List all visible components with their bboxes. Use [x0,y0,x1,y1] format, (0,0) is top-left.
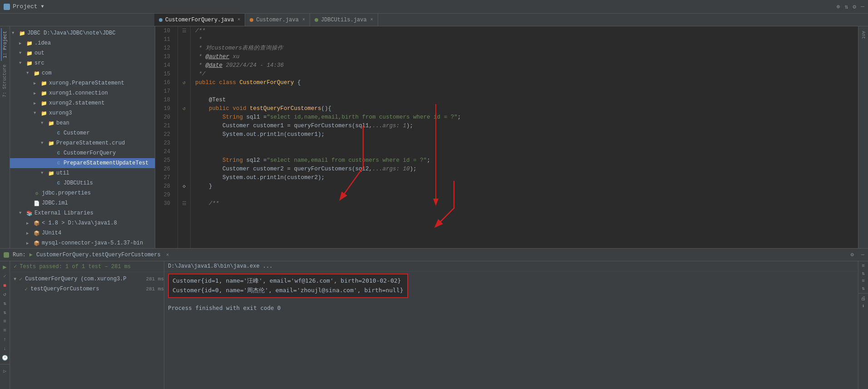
code-line-30: /** [195,199,858,208]
tree-item-jdbc-iml[interactable]: 📄 JDBC.iml [10,198,155,208]
play-button[interactable]: ▶ [1,263,9,270]
sort-button[interactable]: ⇅ [1,299,9,307]
gutter-empty-29 [178,190,190,199]
output-icon-1[interactable]: ≡ [862,263,865,269]
check-button[interactable]: ✓ [1,272,9,279]
tree-item-xurong3[interactable]: ▼ 📁 xurong3 [10,108,155,118]
tree-label: JUnit4 [42,230,61,236]
code-content[interactable]: /** * * 对customers表格的查询操作 * @auther xu *… [191,26,858,248]
gutter-empty-11 [178,35,190,44]
tree-item-bean[interactable]: ▼ 📁 bean [10,118,155,128]
code-line-25: String sql2 = "select name,email from cu… [195,156,858,165]
tree-arrow: ▼ [12,31,17,35]
output-cmd: D:\Java\java1.8\bin\java.exe ... [164,261,858,272]
bottom-minus[interactable]: — [861,252,864,258]
settings-icon[interactable]: ⚙ [853,3,856,10]
gutter-empty-25 [178,156,190,165]
test-tree-method[interactable]: ✓ testQueryForCustomers 281 ms [10,284,164,294]
output-highlighted-box: Customer{id=1, name='汪峰', email='wf@126.… [168,274,408,298]
output-icon-2[interactable]: ⇅ [862,270,865,276]
ln-15: 15 [155,70,174,78]
output-icon-6[interactable]: ⬇ [862,303,865,309]
folder-icon: 📁 [19,30,25,36]
tree-item-preparestatement[interactable]: ▶ 📁 xurong.PrepareStatement [10,78,155,88]
ant-tab[interactable]: Ant [860,28,867,42]
test-tree-root[interactable]: ▼ ✓ CustomerForQuery (com.xurong3.P 281 … [10,274,164,284]
tree-item-preparestatementupdatetest[interactable]: C PrepareStatementUpdateTest [10,158,155,168]
code-line-24 [195,147,858,156]
gutter-empty-23 [178,139,190,147]
tab-customerforquery[interactable]: CustomerForQuery.java × [154,14,245,26]
tree-item-connection[interactable]: ▶ 📁 xurong1.connection [10,88,155,98]
tree-label: CustomerForQuery [64,150,116,156]
output-icon-4[interactable]: ⇅ [862,285,865,291]
gutter-empty-27 [178,173,190,182]
project-icon [4,4,10,10]
tree-item-crud[interactable]: ▼ 📁 PrepareStatement.crud [10,138,155,148]
code-line-19: public void testQueryForCustomers(){ [195,104,858,113]
run-target[interactable]: CustomerForQuery.testQueryForCustomers [36,252,161,258]
code-line-26: Customer customer2 = queryForCustomers(s… [195,165,858,173]
tree-arrow: ▶ [34,81,39,86]
rerun-button[interactable]: ↺ [1,290,9,298]
add-icon[interactable]: ⊕ [837,3,840,10]
tab-close-3[interactable]: × [370,17,373,22]
tree-item-com[interactable]: ▼ 📁 com [10,68,155,78]
output-icon-5[interactable]: 🖨 [861,295,866,301]
test-summary: ✓ Tests passed: 1 of 1 test – 281 ms [10,261,164,272]
code-line-27: System.out.println(customer2); [195,173,858,182]
top-area: 1: Project 7: Structure ▼ 📁 JDBC D:\Java… [0,26,868,248]
tree-item-util[interactable]: ▼ 📁 util [10,168,155,178]
stop-button[interactable]: ◼ [1,281,9,289]
tree-item-jdbcutils[interactable]: C JDBCUtils [10,178,155,188]
expand-button[interactable]: ≡ [1,318,9,325]
test-method-label: testQueryForCustomers [30,286,99,292]
gutter-icon-16[interactable]: ↺ [178,78,190,87]
tree-item-out[interactable]: ▼ 📁 out [10,48,155,58]
down-button[interactable]: ↓ [1,345,9,352]
sort2-button[interactable]: ⇅ [1,309,9,316]
split-icon[interactable]: ⇅ [845,3,848,10]
tree-item-java18[interactable]: ▶ 📦 < 1.8 > D:\Java\java1.8 [10,218,155,228]
tree-item-jdbc-properties[interactable]: ⚙ jdbc.properties [10,188,155,198]
tab-jdbcutils[interactable]: JDBCUtils.java × [310,14,378,26]
up-button[interactable]: ↑ [1,336,9,343]
arrow-right-button[interactable]: ▷ [1,367,9,374]
gutter-icon-19[interactable]: ↺ [178,104,190,113]
sidebar-tab-structure[interactable]: 7: Structure [1,62,8,100]
tree-item-statement[interactable]: ▶ 📁 xurong2.statement [10,98,155,108]
tree-item-mysql-connector[interactable]: ▶ 📦 mysql-connector-java-5.1.37-bin [10,238,155,248]
bottom-gear[interactable]: ⚙ [851,251,854,258]
tab-customer[interactable]: Customer.java × [245,14,310,26]
tree-item-src[interactable]: ▼ 📁 src [10,58,155,68]
tab-close-2[interactable]: × [302,17,305,22]
code-line-10: /** [195,26,858,35]
clock-button[interactable]: 🕐 [1,354,9,361]
tree-item-jdbc[interactable]: ▼ 📁 JDBC D:\Java\JDBC\note\JDBC [10,28,155,38]
tab-dot-3 [315,18,318,22]
ln-22: 22 [155,130,174,139]
tab-close-1[interactable]: × [237,17,240,22]
collapse-button[interactable]: ≡ [1,327,9,334]
right-panel-icons: Ant [858,26,868,248]
folder-icon: 📁 [41,80,47,86]
tree-arrow: ▼ [41,171,46,175]
test-time-method: 281 ms [146,286,164,292]
tree-item-idea[interactable]: ▶ 📁 .idea [10,38,155,48]
sidebar-tab-project[interactable]: 1: Project [1,28,9,61]
output-icon-3[interactable]: ≡ [862,278,865,284]
minimize-icon[interactable]: — [861,3,864,10]
title-dropdown-icon[interactable]: ▼ [41,4,44,9]
ln-16: 16 [155,78,174,87]
tree-item-customer[interactable]: C Customer [10,128,155,138]
folder-icon: 📁 [48,120,54,126]
tree-label: JDBCUtils [64,180,93,186]
gutter-icon-28[interactable]: ◇ [178,182,190,190]
gutter-icon-10[interactable]: ☰ [178,26,190,35]
tree-label: PrepareStatement.crud [56,140,125,146]
tree-item-external[interactable]: ▼ 📚 External Libraries [10,208,155,218]
tree-item-customerforquery[interactable]: C CustomerForQuery [10,148,155,158]
tree-label: JDBC.iml [42,200,68,206]
run-close[interactable]: × [166,252,169,258]
tree-item-junit4[interactable]: ▶ 📦 JUnit4 [10,228,155,238]
